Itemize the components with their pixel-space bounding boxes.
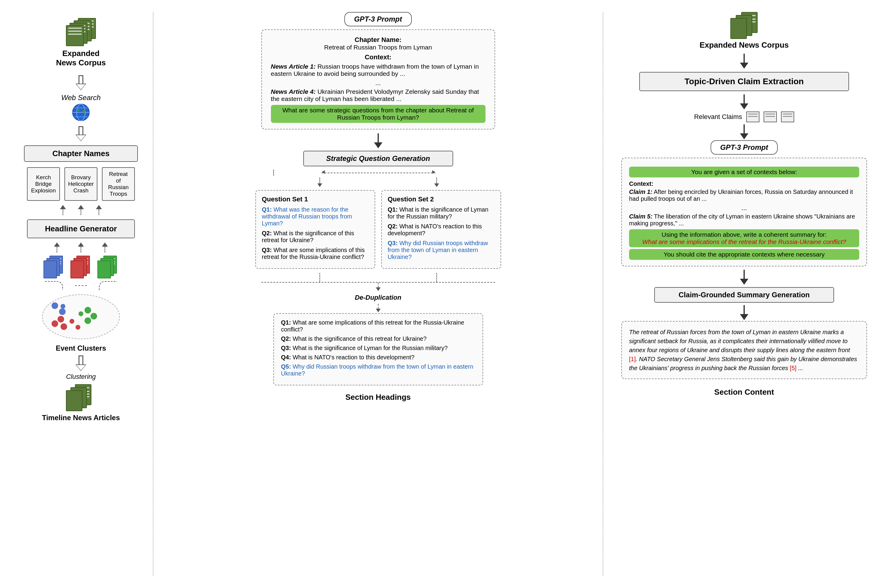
chapter-card-retreat: Retreat ofRussianTroops [102, 167, 135, 201]
right-prompt-box: You are given a set of contexts below: C… [621, 158, 867, 266]
right-claim5-label: Claim 5: [629, 213, 652, 220]
arrow-websearch-to-chapternames [75, 126, 86, 141]
summary-cite-1: [1] [629, 356, 636, 362]
relevant-claims-label: Relevant Claims [694, 113, 742, 121]
dedup-q3: Q3: What is the significance of Lyman fo… [281, 345, 476, 351]
claim-grounded-box: Claim-Grounded Summary Generation [654, 287, 834, 303]
center-panel: GPT-3 Prompt Chapter Name: Retreat of Ru… [153, 12, 603, 576]
gpt-prompt-label: GPT-3 Prompt [344, 12, 411, 26]
chapter-card-kerch: Kerch BridgeExplosion [27, 167, 60, 201]
prompt-box-main: Chapter Name: Retreat of Russian Troops … [261, 29, 495, 129]
timeline-label: Timeline News Articles [42, 414, 120, 422]
qs1-q3: Q3: What are some implications of this r… [262, 247, 369, 260]
dedup-q5: Q5: Why did Russian troops withdraw from… [281, 363, 476, 377]
arrow-corpus-to-websearch [75, 75, 86, 90]
timeline-doc-icon [66, 384, 96, 411]
chapter-cards: Kerch BridgeExplosion BrovaryHelicopterC… [27, 167, 135, 201]
arrow-claims-to-gpt [740, 124, 748, 140]
event-clusters-container [42, 291, 120, 342]
claim-doc-1 [746, 111, 759, 122]
claim-doc-3 [781, 111, 794, 122]
question-highlight: What are some strategic questions from t… [271, 105, 486, 123]
context-label: Context: [365, 53, 392, 61]
chapter-names-box: Chapter Names [24, 146, 138, 162]
convergence-bar [261, 282, 495, 283]
right-gpt-prompt-label: GPT-3 Prompt [711, 140, 778, 154]
dedup-q2: Q2: What is the significance of this ret… [281, 335, 476, 342]
ellipsis1: ... [271, 79, 486, 87]
article1-label: News Article 1: [271, 63, 316, 70]
summary-text-1: The retreat of Russian forces from the t… [629, 329, 850, 353]
globe-icon [70, 102, 92, 123]
summary-text-3: ... [796, 365, 803, 371]
clustering-arrow: Clustering [66, 354, 96, 381]
right-claim1-text: After being encircled by Ukrainian force… [629, 189, 853, 202]
chapter-card-brovary: BrovaryHelicopterCrash [64, 167, 98, 201]
dedup-label: De-Duplication [355, 294, 401, 302]
right-ellipsis: ... [629, 204, 859, 212]
question-set-1: Question Set 1 Q1: What was the reason f… [255, 190, 375, 269]
summary-box: The retreat of Russian forces from the t… [621, 321, 867, 379]
arrow-claimgrounded-to-summary [740, 305, 748, 320]
dedup-q1: Q1: What are some implications of this r… [281, 319, 476, 333]
strategic-question-generation-box: Strategic Question Generation [303, 151, 453, 166]
qs2-title: Question Set 2 [388, 195, 495, 203]
doc-clusters [44, 256, 118, 278]
headline-generator-box: Headline Generator [27, 219, 135, 238]
event-clusters-label: Event Clusters [56, 344, 106, 352]
qs1-q2: Q2: What is the significance of this ret… [262, 230, 369, 244]
qs1-title: Question Set 1 [262, 195, 369, 203]
web-search-label: Web Search [61, 93, 101, 102]
right-top-title: Expanded News Corpus [699, 40, 789, 50]
spread-lines [261, 177, 495, 187]
qs2-q3: Q3: Why did Russian troops withdraw from… [388, 240, 495, 260]
left-top-title: Expanded News Corpus [56, 49, 106, 68]
left-panel: Expanded News Corpus Web Search [9, 12, 153, 576]
cluster-arrows-curved [45, 281, 117, 290]
dedup-arrow-down [376, 283, 381, 291]
arrow-topic-to-claims [740, 94, 748, 110]
arrow-to-dedup-box [376, 304, 381, 312]
right-highlight2-italic: What are some implications of the retrea… [642, 238, 846, 245]
question-sets: Question Set 1 Q1: What was the reason f… [255, 190, 501, 269]
article4-label: News Article 4: [271, 88, 316, 95]
summary-cite-2: [5] [790, 365, 796, 371]
summary-text-2: . NATO Secretary General Jens Stoltenber… [629, 356, 857, 371]
arrow-gpt-to-claimgrounded [740, 270, 748, 285]
section-headings-label: Section Headings [345, 393, 411, 402]
chapter-name-value: Retreat of Russian Troops from Lyman [324, 44, 432, 51]
dedup-q4: Q4: What is NATO's reaction to this deve… [281, 354, 476, 361]
dashed-arrows-up [60, 205, 102, 215]
right-claim1: Claim 1: After being encircled by Ukrain… [629, 189, 859, 202]
right-claim5-text: The liberation of the city of Lyman in e… [629, 213, 855, 226]
right-claim1-label: Claim 1: [629, 189, 652, 195]
right-highlight1: You are given a set of contexts below: [629, 166, 859, 177]
web-search-area: Web Search [61, 93, 101, 123]
qs2-q2: Q2: What is NATO's reaction to this deve… [388, 223, 495, 237]
qs2-q1: Q1: What is the significance of Lyman fo… [388, 206, 495, 220]
right-claim5: Claim 5: The liberation of the city of L… [629, 213, 859, 227]
claim-doc-2 [764, 111, 777, 122]
relevant-claims-row: Relevant Claims [694, 111, 794, 122]
dashed-arrows-headline [54, 243, 108, 253]
qs1-q1: Q1: What was the reason for the withdraw… [262, 206, 369, 227]
section-content-label: Section Content [714, 387, 774, 397]
right-panel: Expanded News Corpus Topic-Driven Claim … [603, 12, 873, 576]
right-highlight3: You should cite the appropriate contexts… [629, 249, 859, 260]
converge-lines [261, 273, 495, 282]
right-context-label: Context: [629, 180, 859, 187]
bidirectional-dashed-arrow [273, 170, 483, 176]
topic-driven-box: Topic-Driven Claim Extraction [639, 72, 849, 91]
clustering-label: Clustering [66, 373, 96, 381]
arrow-corpus-to-topic [740, 54, 748, 69]
right-highlight2: Using the information above, write a coh… [629, 229, 859, 247]
question-set-2: Question Set 2 Q1: What is the significa… [381, 190, 501, 269]
arrow-prompt-to-strategic [374, 134, 382, 148]
dedup-box: Q1: What are some implications of this r… [273, 313, 483, 386]
chapter-name-label: Chapter Name: [354, 36, 401, 44]
